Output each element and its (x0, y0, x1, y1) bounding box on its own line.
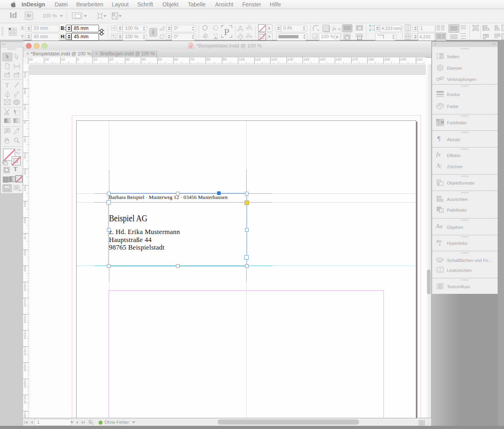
svg-text:P: P (224, 27, 229, 37)
svg-text:abc: abc (436, 239, 442, 243)
